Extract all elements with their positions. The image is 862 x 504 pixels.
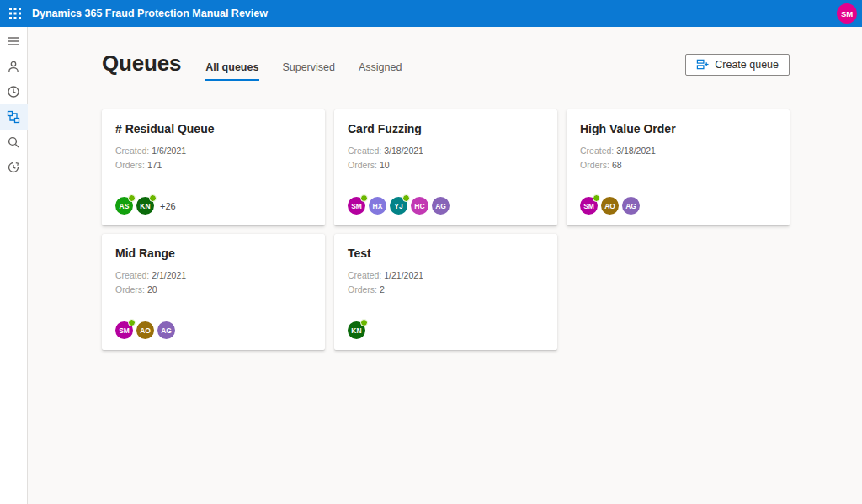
orders-value: 171 bbox=[147, 160, 162, 170]
created-value: 3/18/2021 bbox=[616, 146, 656, 156]
queue-created: Created: 2/1/2021 bbox=[115, 270, 311, 280]
member-avatar[interactable]: AG bbox=[432, 197, 450, 215]
presence-badge bbox=[149, 194, 157, 202]
queue-created: Created: 3/18/2021 bbox=[348, 146, 544, 156]
queue-orders: Orders: 68 bbox=[580, 160, 776, 170]
orders-value: 10 bbox=[380, 160, 390, 170]
member-avatar[interactable]: HC bbox=[411, 197, 428, 215]
queue-card-grid: # Residual Queue Created: 1/6/2021 Order… bbox=[102, 109, 790, 350]
app-launcher-button[interactable] bbox=[0, 0, 30, 27]
queue-title: High Value Order bbox=[580, 122, 776, 135]
presence-badge bbox=[360, 319, 368, 326]
orders-value: 2 bbox=[380, 284, 385, 294]
page-title: Queues bbox=[102, 50, 181, 77]
orders-label: Orders: bbox=[115, 284, 145, 294]
member-avatar[interactable]: AO bbox=[136, 321, 154, 339]
avatar-row: ASKN+26 bbox=[115, 197, 311, 215]
orders-label: Orders: bbox=[115, 160, 145, 170]
created-label: Created: bbox=[115, 270, 149, 280]
member-avatar[interactable]: YJ bbox=[390, 197, 407, 215]
avatar-row: SMAOAG bbox=[115, 321, 311, 339]
tab-supervised[interactable]: Supervised bbox=[281, 61, 336, 81]
queue-title: # Residual Queue bbox=[115, 122, 311, 135]
created-label: Created: bbox=[348, 270, 381, 280]
history-icon bbox=[7, 161, 20, 174]
sidebar-item-people[interactable] bbox=[0, 54, 28, 79]
queue-orders: Orders: 10 bbox=[348, 160, 544, 170]
member-avatar[interactable]: KN bbox=[348, 321, 365, 339]
waffle-icon bbox=[9, 8, 21, 19]
presence-badge bbox=[402, 194, 410, 202]
top-bar: Dynamics 365 Fraud Protection Manual Rev… bbox=[0, 0, 862, 27]
app-title: Dynamics 365 Fraud Protection Manual Rev… bbox=[32, 8, 268, 19]
person-icon bbox=[7, 60, 20, 73]
app-body: Queues All queues Supervised Assigned Cr… bbox=[0, 27, 862, 504]
presence-badge bbox=[128, 319, 136, 326]
page-header: Queues All queues Supervised Assigned Cr… bbox=[102, 50, 790, 81]
queue-title: Mid Range bbox=[115, 247, 311, 260]
create-queue-button[interactable]: Create queue bbox=[685, 54, 790, 76]
member-avatar[interactable]: AS bbox=[115, 197, 133, 215]
created-value: 2/1/2021 bbox=[152, 270, 186, 280]
orders-label: Orders: bbox=[580, 160, 609, 170]
created-value: 1/21/2021 bbox=[384, 270, 423, 280]
created-label: Created: bbox=[348, 146, 381, 156]
clock-icon bbox=[7, 85, 20, 98]
avatar-overflow-count[interactable]: +26 bbox=[160, 201, 176, 211]
sidebar-item-history[interactable] bbox=[0, 155, 28, 180]
member-avatar[interactable]: AG bbox=[622, 197, 640, 215]
member-avatar[interactable]: HX bbox=[369, 197, 386, 215]
avatar-row: SMHXYJHCAG bbox=[348, 197, 544, 215]
queue-card[interactable]: Test Created: 1/21/2021 Orders: 2 KN bbox=[334, 234, 557, 350]
queue-card[interactable]: High Value Order Created: 3/18/2021 Orde… bbox=[567, 109, 790, 225]
orders-label: Orders: bbox=[348, 284, 377, 294]
create-queue-label: Create queue bbox=[715, 59, 779, 71]
created-label: Created: bbox=[115, 146, 149, 156]
queue-card[interactable]: # Residual Queue Created: 1/6/2021 Order… bbox=[102, 109, 325, 225]
created-label: Created: bbox=[580, 146, 614, 156]
queue-title: Test bbox=[348, 247, 544, 260]
queue-card[interactable]: Mid Range Created: 2/1/2021 Orders: 20 S… bbox=[102, 234, 325, 350]
orders-label: Orders: bbox=[348, 160, 377, 170]
search-icon bbox=[7, 135, 20, 149]
orders-value: 68 bbox=[612, 160, 622, 170]
queue-created: Created: 3/18/2021 bbox=[580, 146, 776, 156]
presence-badge bbox=[360, 194, 368, 202]
avatar-row: KN bbox=[348, 321, 544, 339]
queue-orders: Orders: 2 bbox=[348, 284, 544, 294]
member-avatar[interactable]: AO bbox=[601, 197, 619, 215]
member-avatar[interactable]: SM bbox=[348, 197, 365, 215]
sidebar-item-search[interactable] bbox=[0, 130, 28, 155]
tab-assigned[interactable]: Assigned bbox=[358, 61, 402, 81]
sidebar-item-activity[interactable] bbox=[0, 79, 28, 104]
queue-card[interactable]: Card Fuzzing Created: 3/18/2021 Orders: … bbox=[334, 109, 557, 225]
presence-badge bbox=[128, 194, 136, 202]
avatar-row: SMAOAG bbox=[580, 197, 776, 215]
sidebar-item-nav-toggle[interactable] bbox=[0, 29, 28, 54]
hamburger-icon bbox=[7, 34, 20, 48]
created-value: 1/6/2021 bbox=[152, 146, 186, 156]
member-avatar[interactable]: AG bbox=[157, 321, 175, 339]
queue-title: Card Fuzzing bbox=[348, 122, 544, 135]
member-avatar[interactable]: SM bbox=[580, 197, 598, 215]
presence-badge bbox=[593, 194, 600, 202]
orders-value: 20 bbox=[147, 284, 157, 294]
create-queue-icon bbox=[696, 58, 709, 71]
queue-orders: Orders: 20 bbox=[115, 284, 311, 294]
queues-icon bbox=[7, 110, 20, 124]
queue-orders: Orders: 171 bbox=[115, 160, 311, 170]
queue-tabs: All queues Supervised Assigned bbox=[205, 61, 402, 81]
user-avatar[interactable]: SM bbox=[837, 3, 857, 24]
created-value: 3/18/2021 bbox=[384, 146, 423, 156]
member-avatar[interactable]: SM bbox=[115, 321, 133, 339]
queue-created: Created: 1/21/2021 bbox=[348, 270, 544, 280]
main-content: Queues All queues Supervised Assigned Cr… bbox=[28, 27, 862, 504]
sidebar-item-queues[interactable] bbox=[0, 104, 28, 130]
tab-all-queues[interactable]: All queues bbox=[205, 61, 259, 81]
left-nav-rail bbox=[0, 27, 28, 504]
queue-created: Created: 1/6/2021 bbox=[115, 146, 311, 156]
member-avatar[interactable]: KN bbox=[136, 197, 154, 215]
